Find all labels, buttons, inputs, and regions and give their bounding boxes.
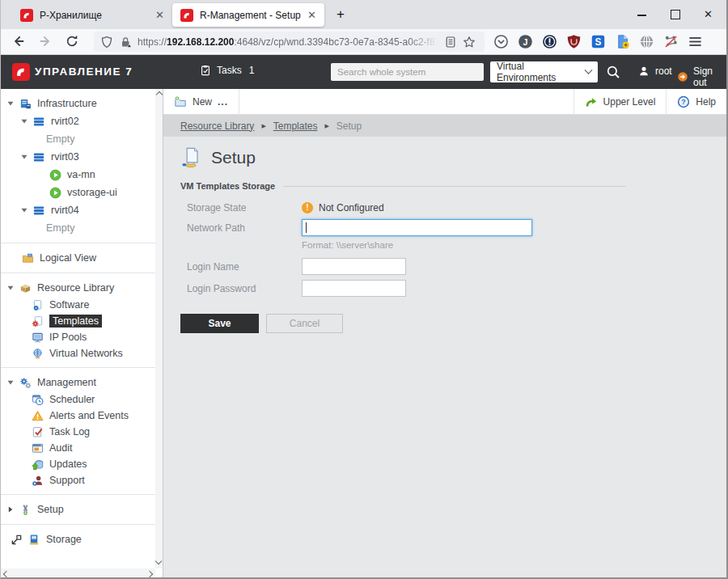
task-log-icon [32, 426, 44, 438]
updates-icon [32, 459, 44, 471]
breadcrumb-setup: Setup [336, 120, 362, 132]
user-menu[interactable]: root [638, 66, 672, 77]
app-header: УПРАВЛЕНИЕ 7 Tasks 1 Virtual Environment… [1, 55, 726, 89]
breadcrumb-resource-library[interactable]: Resource Library [180, 120, 254, 132]
help-button[interactable]: ? Help [667, 89, 726, 115]
sidebar-item-empty: Empty [1, 219, 155, 237]
breadcrumb-separator-icon: ▶ [261, 123, 265, 129]
globe-extension-icon[interactable] [639, 34, 654, 49]
sidebar-item-label: Logical View [40, 252, 96, 264]
sidebar-item-logical-view[interactable]: Logical View [1, 249, 155, 267]
sidebar-horizontal-scrollbar[interactable] [1, 568, 155, 579]
sidebar-item-management[interactable]: Management [1, 374, 155, 391]
forward-button[interactable] [38, 34, 54, 50]
sidebar-item-task-log[interactable]: Task Log [1, 424, 155, 440]
bookmark-star-icon[interactable] [463, 36, 476, 49]
j-extension-icon[interactable]: J [518, 34, 533, 49]
sidebar-item-setup[interactable]: Setup [1, 501, 155, 518]
reader-mode-icon[interactable] [444, 36, 457, 49]
search-icon[interactable] [606, 65, 620, 79]
scroll-down-icon[interactable] [155, 558, 162, 564]
tab-r-management-setup[interactable]: R-Management - Setup ✕ [172, 3, 324, 27]
sidebar-item-support[interactable]: Support [1, 472, 155, 488]
tab-close-icon[interactable]: ✕ [307, 10, 316, 20]
storage-state-label: Storage State [180, 202, 302, 213]
host-icon [33, 151, 45, 163]
sidebar-item-rvirt04[interactable]: rvirt04 [1, 201, 155, 219]
browser-navbar: https://192.168.12.200:4648/vz/cp/wnd.33… [1, 29, 726, 55]
menu-hamburger-icon[interactable] [688, 34, 703, 49]
reload-button[interactable] [65, 34, 81, 50]
tree-caret-down-icon[interactable] [21, 118, 28, 125]
support-icon [32, 475, 44, 487]
sign-out-button[interactable]: Sign out [677, 66, 726, 88]
sidebar-item-alerts-and-events[interactable]: Alerts and Events [1, 408, 155, 424]
blocker-extension-icon[interactable] [663, 34, 679, 49]
new-tab-button[interactable]: + [331, 5, 350, 24]
breadcrumb-templates[interactable]: Templates [273, 120, 318, 132]
tree-caret-down-icon[interactable] [7, 100, 14, 107]
sidebar-item-virtual-networks[interactable]: Virtual Networks [1, 345, 155, 361]
window-minimize-button[interactable] [636, 8, 649, 21]
tree-caret-down-icon[interactable] [7, 379, 14, 386]
sidebar-item-audit[interactable]: Audit [1, 440, 155, 456]
back-button[interactable] [11, 34, 28, 50]
sidebar-item-templates[interactable]: Templates [1, 313, 155, 329]
sidebar-item-rvirt02[interactable]: rvirt02 [1, 112, 155, 130]
templates-icon [32, 315, 44, 328]
sidebar-item-updates[interactable]: Updates [1, 456, 155, 472]
tasks-button[interactable]: Tasks 1 [200, 65, 254, 76]
sidebar-item-ip-pools[interactable]: IP Pools [1, 329, 155, 345]
brand-logo-icon[interactable] [12, 63, 30, 81]
login-name-input[interactable] [302, 258, 406, 275]
scroll-up-icon[interactable] [155, 91, 162, 98]
new-more-button[interactable]: ... [218, 96, 228, 108]
lock-warning-icon[interactable] [119, 36, 132, 49]
doc-add-extension-icon[interactable] [615, 34, 630, 49]
window-close-button[interactable] [702, 8, 715, 21]
vm-running-icon [49, 169, 61, 181]
onepassword-extension-icon[interactable] [542, 34, 557, 49]
sidebar-item-va-mn[interactable]: va-mn [1, 166, 155, 184]
sidebar-item-storage[interactable]: Storage [1, 530, 155, 548]
upper-level-button[interactable]: Upper Level [574, 89, 667, 115]
pocket-extension-icon[interactable] [493, 34, 509, 49]
format-hint: Format: \\server\share [302, 240, 393, 250]
sidebar-item-vstorage-ui[interactable]: vstorage-ui [1, 184, 155, 201]
cancel-button[interactable]: Cancel [266, 314, 343, 333]
network-path-input[interactable] [302, 219, 532, 236]
scroll-left-icon[interactable] [3, 570, 10, 577]
tab-close-icon[interactable]: ✕ [155, 10, 164, 20]
global-search-input[interactable] [331, 63, 484, 81]
tab-storage[interactable]: Р-Хранилище ✕ [12, 4, 172, 26]
sidebar-item-infrastructure[interactable]: Infrastructure [1, 95, 155, 112]
tree-caret-down-icon[interactable] [21, 154, 28, 160]
sidebar-item-resource-library[interactable]: Resource Library [1, 279, 155, 297]
new-button[interactable]: New ... [163, 89, 239, 115]
sidebar-item-software[interactable]: Software [1, 297, 155, 313]
resource-library-icon [19, 282, 32, 294]
tracking-shield-icon[interactable] [100, 36, 113, 49]
sidebar-vertical-scrollbar[interactable] [155, 89, 163, 568]
window-maximize-button[interactable] [669, 8, 682, 21]
search-scope-select[interactable]: Virtual Environments [490, 61, 598, 82]
status-badge: Not Configured [319, 202, 384, 213]
setup-icon [19, 504, 32, 516]
tree-caret-down-icon[interactable] [7, 285, 14, 291]
sidebar-item-label: Software [49, 299, 89, 311]
sidebar-item-rvirt03[interactable]: rvirt03 [1, 148, 155, 166]
sidebar-item-label: rvirt02 [51, 116, 79, 127]
browser-tab-bar: Р-Хранилище ✕ R-Management - Setup ✕ + [1, 0, 726, 29]
save-button[interactable]: Save [180, 314, 259, 333]
tree-caret-down-icon[interactable] [21, 207, 28, 213]
sidebar-item-scheduler[interactable]: Scheduler [1, 391, 155, 408]
tree-caret-right-icon[interactable] [7, 506, 14, 513]
url-bar[interactable]: https://192.168.12.200:4648/vz/cp/wnd.33… [94, 32, 485, 52]
s-extension-icon[interactable]: S [590, 34, 606, 49]
help-label: Help [696, 96, 716, 108]
user-icon [638, 66, 650, 77]
ublock-extension-icon[interactable] [566, 34, 582, 49]
login-password-input[interactable] [302, 280, 406, 297]
scroll-right-icon[interactable] [146, 570, 153, 577]
storage-state-value: ! Not Configured [302, 202, 384, 213]
